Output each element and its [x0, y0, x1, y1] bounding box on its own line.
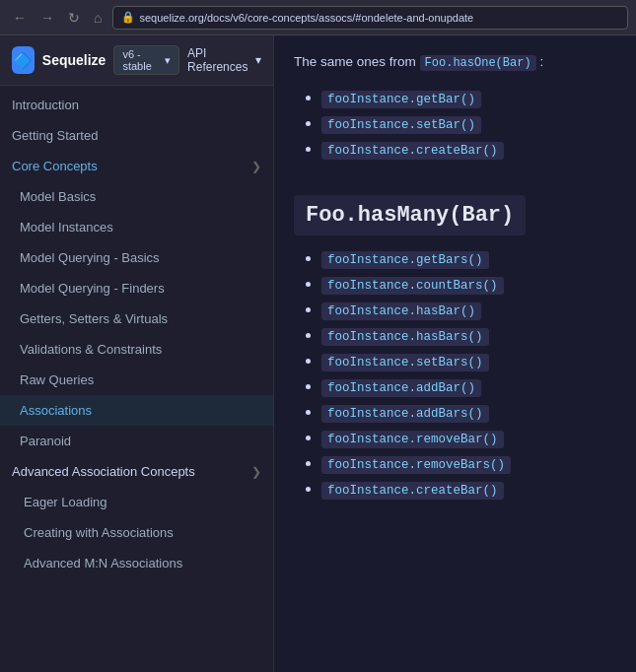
- method-code: fooInstance.hasBar(): [321, 302, 481, 320]
- sidebar-item-getting-started[interactable]: Getting Started: [0, 120, 273, 151]
- main-layout: 🔷 Sequelize v6 - stable ▾ API References…: [0, 35, 636, 672]
- method-code: fooInstance.setBars(): [321, 354, 489, 371]
- list-item: fooInstance.hasBar(): [321, 301, 616, 320]
- sidebar-item-advanced-association[interactable]: Advanced Association Concepts ❯: [0, 456, 273, 487]
- sidebar-item-validations[interactable]: Validations & Constraints: [0, 334, 273, 365]
- version-badge[interactable]: v6 - stable ▾: [113, 45, 179, 75]
- forward-button[interactable]: →: [35, 8, 59, 28]
- has-many-heading: Foo.hasMany(Bar): [294, 179, 616, 249]
- sidebar-item-label: Paranoid: [20, 434, 71, 448]
- list-item: fooInstance.removeBar(): [321, 429, 616, 448]
- url-text: sequelize.org/docs/v6/core-concepts/asso…: [139, 12, 473, 24]
- version-chevron: ▾: [165, 54, 171, 67]
- reload-button[interactable]: ↻: [63, 8, 85, 28]
- list-item: fooInstance.setBar(): [321, 114, 616, 134]
- method-code: fooInstance.getBars(): [321, 251, 489, 269]
- sidebar-item-model-instances[interactable]: Model Instances: [0, 212, 273, 242]
- sidebar-item-label: Advanced M:N Associations: [24, 556, 182, 571]
- sidebar-item-label: Core Concepts: [12, 159, 98, 173]
- method-code: fooInstance.createBar(): [321, 142, 504, 160]
- list-item: fooInstance.removeBars(): [321, 454, 616, 474]
- method-code: fooInstance.removeBars(): [321, 456, 511, 474]
- sidebar-item-associations[interactable]: Associations: [0, 395, 273, 426]
- method-code: fooInstance.addBar(): [321, 379, 481, 397]
- list-item: fooInstance.countBars(): [321, 275, 616, 295]
- sidebar-item-paranoid[interactable]: Paranoid: [0, 426, 273, 456]
- foo-has-one-methods-list: fooInstance.getBar() fooInstance.setBar(…: [294, 89, 616, 160]
- logo-icon: 🔷: [13, 51, 33, 70]
- method-code: fooInstance.setBar(): [321, 116, 481, 134]
- brand-name: Sequelize: [42, 52, 106, 68]
- sidebar-item-model-querying-basics[interactable]: Model Querying - Basics: [0, 242, 273, 273]
- chevron-down-icon: ❯: [251, 465, 261, 479]
- chevron-down-icon: ❯: [251, 160, 261, 173]
- sidebar-item-label: Creating with Associations: [24, 525, 174, 540]
- sidebar-item-label: Associations: [20, 403, 92, 418]
- list-item: fooInstance.getBar(): [321, 89, 616, 108]
- intro-suffix: :: [539, 54, 543, 69]
- method-code: fooInstance.addBars(): [321, 405, 489, 423]
- sidebar-item-label: Model Instances: [20, 220, 113, 235]
- sidebar-item-raw-queries[interactable]: Raw Queries: [0, 365, 273, 395]
- sidebar: 🔷 Sequelize v6 - stable ▾ API References…: [0, 35, 274, 672]
- sidebar-item-label: Introduction: [12, 98, 79, 112]
- sidebar-item-introduction[interactable]: Introduction: [0, 90, 273, 120]
- sidebar-item-label: Model Querying - Finders: [20, 281, 165, 296]
- api-references[interactable]: API References ▾: [187, 46, 261, 74]
- sidebar-item-creating-with-associations[interactable]: Creating with Associations: [0, 517, 273, 548]
- lock-icon: 🔒: [121, 11, 135, 24]
- sidebar-navigation: Introduction Getting Started Core Concep…: [0, 86, 273, 672]
- method-code: fooInstance.countBars(): [321, 277, 504, 295]
- content-area: The same ones from Foo.hasOne(Bar) : foo…: [274, 35, 636, 672]
- method-code: fooInstance.createBar(): [321, 482, 504, 500]
- sidebar-item-label: Eager Loading: [24, 495, 107, 509]
- sidebar-item-model-basics[interactable]: Model Basics: [0, 181, 273, 212]
- sidebar-item-core-concepts[interactable]: Core Concepts ❯: [0, 151, 273, 181]
- intro-code: Foo.hasOne(Bar): [420, 55, 536, 71]
- home-button[interactable]: ⌂: [89, 8, 106, 28]
- sidebar-item-label: Getting Started: [12, 128, 98, 143]
- sidebar-item-eager-loading[interactable]: Eager Loading: [0, 487, 273, 517]
- list-item: fooInstance.createBar(): [321, 140, 616, 160]
- sidebar-item-label: Raw Queries: [20, 372, 94, 387]
- section-title: Foo.hasMany(Bar): [294, 195, 526, 235]
- list-item: fooInstance.addBars(): [321, 403, 616, 423]
- sidebar-item-model-querying-finders[interactable]: Model Querying - Finders: [0, 273, 273, 303]
- sidebar-item-advanced-mn[interactable]: Advanced M:N Associations: [0, 548, 273, 578]
- sidebar-item-label: Model Querying - Basics: [20, 250, 160, 265]
- sidebar-item-getters-setters[interactable]: Getters, Setters & Virtuals: [0, 303, 273, 334]
- api-ref-label: API References: [187, 46, 253, 74]
- foo-has-many-methods-list: fooInstance.getBars() fooInstance.countB…: [294, 249, 616, 500]
- list-item: fooInstance.getBars(): [321, 249, 616, 269]
- nav-buttons: ← → ↻ ⌂: [8, 8, 106, 28]
- list-item: fooInstance.hasBars(): [321, 326, 616, 346]
- intro-text: The same ones from Foo.hasOne(Bar) :: [294, 51, 616, 73]
- address-bar: ← → ↻ ⌂ 🔒 sequelize.org/docs/v6/core-con…: [0, 0, 636, 35]
- list-item: fooInstance.createBar(): [321, 480, 616, 500]
- method-code: fooInstance.hasBars(): [321, 328, 489, 346]
- url-bar[interactable]: 🔒 sequelize.org/docs/v6/core-concepts/as…: [112, 6, 628, 30]
- list-item: fooInstance.addBar(): [321, 377, 616, 397]
- sidebar-item-label: Validations & Constraints: [20, 342, 162, 357]
- api-ref-chevron: ▾: [255, 53, 261, 67]
- sidebar-item-label: Advanced Association Concepts: [12, 464, 195, 479]
- version-label: v6 - stable: [122, 48, 162, 72]
- list-item: fooInstance.setBars(): [321, 352, 616, 371]
- sidebar-item-label: Getters, Setters & Virtuals: [20, 311, 168, 326]
- back-button[interactable]: ←: [8, 8, 32, 28]
- sidebar-item-label: Model Basics: [20, 189, 96, 204]
- method-code: fooInstance.getBar(): [321, 91, 481, 108]
- logo: 🔷: [12, 46, 35, 74]
- sidebar-header: 🔷 Sequelize v6 - stable ▾ API References…: [0, 35, 273, 86]
- intro-prefix: The same ones from: [294, 54, 416, 69]
- method-code: fooInstance.removeBar(): [321, 431, 504, 448]
